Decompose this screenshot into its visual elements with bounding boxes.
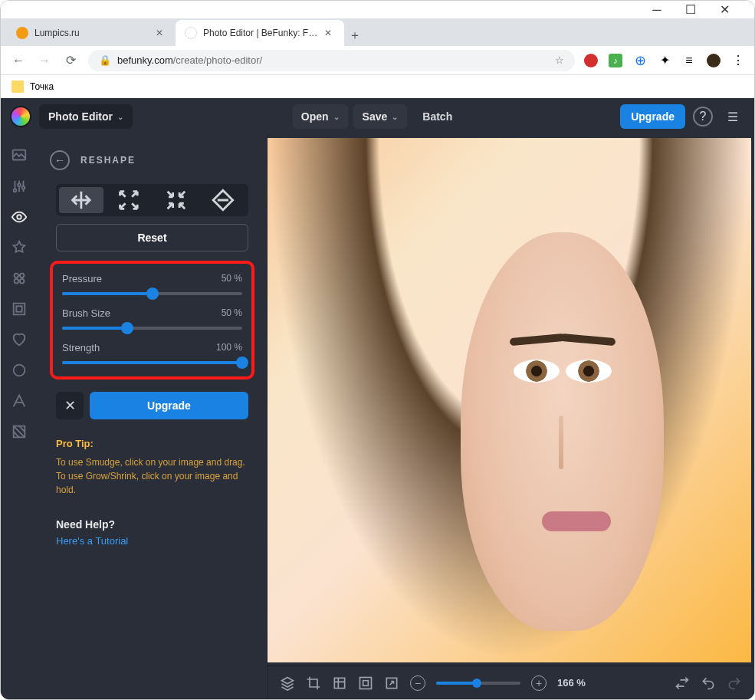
menu-icon[interactable]: ⋮	[731, 54, 745, 67]
svg-rect-9	[14, 304, 25, 315]
editor-label: Photo Editor	[48, 110, 113, 123]
back-arrow-icon[interactable]: ←	[50, 150, 70, 170]
hamburger-icon[interactable]: ☰	[721, 104, 745, 129]
strength-slider[interactable]: Strength 100 %	[62, 342, 242, 364]
text-icon[interactable]	[11, 393, 28, 409]
tab-close-icon[interactable]: ✕	[324, 28, 335, 38]
compare-icon[interactable]	[675, 675, 690, 691]
star-icon[interactable]: ☆	[555, 54, 564, 66]
svg-point-8	[20, 279, 24, 284]
svg-point-7	[15, 279, 18, 284]
canvas-toolbar: − + 166 %	[268, 665, 754, 699]
open-dropdown[interactable]: Open ⌄	[292, 104, 349, 129]
erase-tool-icon[interactable]	[201, 187, 245, 213]
pro-tip: Pro Tip: To use Smudge, click on your im…	[56, 438, 248, 497]
help-icon[interactable]: ?	[693, 107, 713, 127]
pressure-slider[interactable]: Pressure 50 %	[62, 273, 242, 295]
tutorial-link[interactable]: Here's a Tutorial	[56, 535, 248, 547]
ext-music-icon[interactable]: ♪	[609, 54, 622, 67]
forward-icon[interactable]: →	[36, 54, 53, 67]
back-icon[interactable]: ←	[10, 54, 27, 67]
grid-icon[interactable]	[332, 675, 347, 691]
smudge-tool-icon[interactable]	[59, 187, 103, 213]
crop-icon[interactable]	[306, 675, 321, 691]
undo-icon[interactable]	[701, 675, 716, 691]
favicon-icon	[185, 27, 197, 39]
panel-upgrade-button[interactable]: Upgrade	[90, 392, 248, 419]
bookmark-item[interactable]: Точка	[30, 81, 54, 92]
sliders-icon[interactable]	[11, 178, 28, 195]
editor-dropdown[interactable]: Photo Editor ⌄	[39, 104, 133, 129]
star-icon[interactable]	[11, 239, 28, 256]
chevron-down-icon: ⌄	[392, 113, 398, 121]
zoom-out-icon[interactable]: −	[410, 675, 425, 691]
svg-rect-15	[363, 680, 369, 685]
frame-icon[interactable]	[11, 301, 28, 317]
address-bar: ← → ⟳ 🔒 befunky.com/create/photo-editor/…	[1, 46, 754, 75]
url-host: befunky.com	[117, 54, 173, 66]
svg-rect-13	[334, 678, 344, 688]
zoom-slider[interactable]	[436, 682, 520, 685]
zoom-in-icon[interactable]: +	[531, 675, 547, 691]
brush-size-slider[interactable]: Brush Size 50 %	[62, 307, 242, 330]
bookmark-favicon-icon	[11, 81, 24, 93]
svg-point-5	[15, 274, 18, 278]
slider-label: Pressure	[62, 273, 102, 284]
app-toolbar: Photo Editor ⌄ Open ⌄ Save ⌄ Batch Upgra…	[1, 98, 754, 135]
photo-image	[268, 138, 751, 662]
shapes-icon[interactable]	[11, 270, 28, 287]
slider-value: 50 %	[222, 273, 242, 284]
svg-point-3	[22, 186, 25, 189]
reading-list-icon[interactable]: ≡	[682, 54, 696, 67]
gear-icon[interactable]	[11, 362, 28, 379]
grow-tool-icon[interactable]	[107, 187, 151, 213]
tab-title: Lumpics.ru	[34, 28, 149, 38]
close-icon[interactable]: ✕	[719, 5, 730, 15]
shrink-tool-icon[interactable]	[154, 187, 199, 213]
layers-icon[interactable]	[280, 675, 295, 691]
need-help: Need Help? Here's a Tutorial	[56, 518, 248, 547]
maximize-icon[interactable]: ☐	[685, 5, 696, 15]
tab-close-icon[interactable]: ✕	[156, 28, 166, 38]
image-icon[interactable]	[11, 147, 28, 164]
slider-value: 50 %	[222, 307, 242, 319]
avatar[interactable]	[707, 54, 721, 67]
svg-point-2	[18, 183, 21, 186]
redo-icon[interactable]	[727, 675, 742, 691]
svg-rect-14	[360, 677, 372, 688]
panel-title: RESHAPE	[80, 155, 136, 166]
bookmarks-bar: Точка	[1, 75, 754, 98]
tab-inactive[interactable]: Lumpics.ru ✕	[7, 20, 176, 46]
upgrade-button[interactable]: Upgrade	[620, 104, 685, 129]
reset-button[interactable]: Reset	[56, 224, 248, 251]
svg-point-1	[14, 189, 17, 192]
minimize-icon[interactable]: ─	[652, 5, 662, 15]
extension-icons: ♪ ⊕ ✦ ≡ ⋮	[584, 54, 745, 67]
export-icon[interactable]	[384, 675, 399, 691]
tip-body: To use Smudge, click on your image and d…	[56, 455, 248, 497]
tab-active[interactable]: Photo Editor | BeFunky: Free Onl ✕	[176, 20, 344, 46]
window-controls: ─ ☐ ✕	[1, 1, 754, 18]
save-dropdown[interactable]: Save ⌄	[353, 104, 408, 129]
new-tab-button[interactable]: ＋	[344, 25, 366, 46]
favicon-icon	[16, 27, 28, 39]
dismiss-upgrade-button[interactable]: ✕	[56, 392, 84, 419]
extensions-icon[interactable]: ✦	[658, 54, 671, 67]
texture-icon[interactable]	[11, 423, 28, 440]
editor-canvas[interactable]	[268, 135, 754, 665]
svg-point-11	[14, 365, 25, 376]
lock-icon: 🔒	[99, 54, 111, 66]
main-area: ← RESHAPE Reset Pressure 50 % Brush Size…	[1, 135, 754, 699]
help-heading: Need Help?	[56, 518, 248, 531]
befunky-logo-icon[interactable]	[10, 106, 31, 127]
ext-globe-icon[interactable]: ⊕	[633, 54, 647, 67]
slider-value: 100 %	[216, 342, 242, 353]
heart-icon[interactable]	[11, 331, 28, 348]
ext-opera-icon[interactable]	[584, 54, 598, 67]
url-input[interactable]: 🔒 befunky.com/create/photo-editor/ ☆	[88, 50, 575, 71]
reload-icon[interactable]: ⟳	[62, 53, 79, 67]
url-path: /create/photo-editor/	[173, 54, 262, 66]
fit-icon[interactable]	[358, 675, 373, 691]
eye-icon[interactable]	[11, 209, 28, 225]
batch-button[interactable]: Batch	[412, 104, 463, 129]
